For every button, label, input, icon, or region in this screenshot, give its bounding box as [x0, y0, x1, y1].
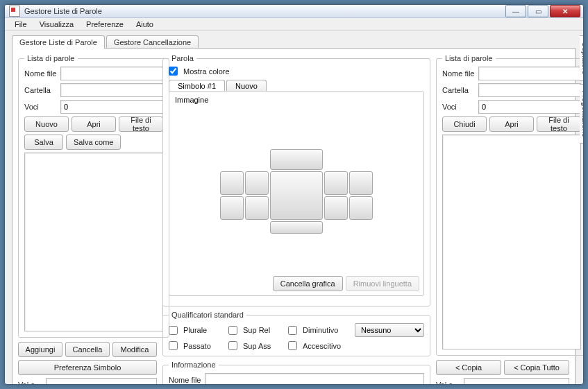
image-slot-top[interactable] — [270, 149, 323, 170]
image-slot-l2[interactable] — [245, 171, 269, 195]
right-goto-input[interactable] — [464, 378, 569, 385]
tab-wordlist-manager[interactable]: Gestore Liste di Parole — [12, 35, 105, 49]
showcolor-check[interactable]: Mostra colore — [169, 67, 424, 76]
menu-preferences[interactable]: Preferenze — [81, 18, 129, 31]
app-icon — [9, 6, 20, 17]
image-grid — [174, 107, 419, 276]
augmentative-check[interactable]: Accescitivo — [288, 341, 351, 350]
info-legend: Informazione — [169, 361, 219, 369]
window-controls: — ▭ ✕ — [505, 5, 580, 17]
left-wordlist-group: Lista di parole Nome file Cartella Voci … — [18, 54, 169, 338]
word-group: Parola Mostra colore Simbolo #1 Nuovo Im… — [162, 54, 430, 306]
left-folder-label: Cartella — [24, 86, 58, 94]
close-button[interactable]: ✕ — [550, 5, 580, 17]
right-filename-label: Nome file — [442, 69, 476, 78]
info-filename-input[interactable] — [205, 373, 424, 385]
supass-check[interactable]: Sup Ass — [228, 341, 284, 350]
tab-body: Lista di parole Nome file Cartella Voci … — [12, 48, 576, 385]
save-button[interactable]: Salva — [24, 135, 63, 150]
past-check[interactable]: Passato — [169, 341, 224, 350]
image-slot-l1[interactable] — [220, 171, 244, 195]
qualifier-select[interactable]: Nessuno — [355, 323, 424, 337]
copy-all-button[interactable]: < Copia Tutto — [504, 360, 569, 375]
side-tabstrip: Copiatore Progettazione — [580, 35, 584, 385]
symbol-pref-button[interactable]: Preferenza Simbolo — [18, 360, 157, 375]
delete-button[interactable]: Cancella — [65, 342, 110, 357]
right-textfile-button[interactable]: File di testo — [537, 116, 581, 132]
left-filename-label: Nome file — [24, 69, 58, 78]
right-voices-label: Voci — [442, 103, 476, 111]
image-slot-r3[interactable] — [324, 196, 348, 220]
right-close-button[interactable]: Chiudi — [442, 116, 487, 132]
word-legend: Parola — [169, 54, 196, 62]
titlebar: Gestore Liste di Parole — ▭ ✕ — [5, 5, 583, 18]
image-slot-l3[interactable] — [220, 196, 244, 220]
left-panel: Lista di parole Nome file Cartella Voci … — [18, 54, 157, 385]
right-open-button[interactable]: Apri — [489, 116, 534, 132]
left-goto-label: Vai a — [18, 381, 43, 385]
image-slot-r1[interactable] — [324, 171, 348, 195]
new-button[interactable]: Nuovo — [24, 116, 69, 132]
menu-file[interactable]: File — [9, 18, 33, 31]
menu-view[interactable]: Visualizza — [34, 18, 79, 31]
right-wordlist-legend: Lista di parole — [442, 54, 496, 62]
image-slot-r4[interactable] — [349, 196, 373, 220]
right-listbox[interactable] — [442, 135, 581, 349]
menubar: File Visualizza Preferenze Aiuto — [5, 18, 583, 31]
info-group: Informazione Nome file Cartella — [162, 361, 430, 385]
symbol-tabstrip: Simbolo #1 Nuovo — [169, 80, 424, 92]
image-legend: Immagine — [174, 96, 419, 107]
image-slot-l4[interactable] — [245, 196, 269, 220]
qualifiers-group: Qualificatori standard Plurale Sup Rel D… — [162, 311, 430, 356]
maximize-button[interactable]: ▭ — [528, 5, 548, 17]
plural-check[interactable]: Plurale — [169, 326, 224, 335]
minimize-button[interactable]: — — [505, 5, 526, 17]
tab-deletion-manager[interactable]: Gestore Cancellazione — [106, 35, 199, 49]
symbol-tab-new[interactable]: Nuovo — [226, 80, 267, 92]
left-voices-input[interactable] — [60, 100, 163, 114]
cancel-graphic-button[interactable]: Cancella grafica — [273, 276, 343, 291]
info-filename-label: Nome file — [169, 376, 202, 384]
add-button[interactable]: Aggiungi — [18, 342, 62, 357]
edit-button[interactable]: Modifica — [112, 342, 157, 357]
left-wordlist-legend: Lista di parole — [24, 54, 78, 62]
left-filename-input[interactable] — [60, 67, 163, 80]
right-filename-input[interactable] — [478, 67, 581, 80]
main-window: Gestore Liste di Parole — ▭ ✕ File Visua… — [4, 4, 584, 385]
textfile-button[interactable]: File di testo — [119, 116, 163, 132]
showcolor-checkbox[interactable] — [169, 67, 178, 76]
right-panel: Lista di parole Nome file Cartella Voci … — [436, 54, 569, 385]
copy-button[interactable]: < Copia — [436, 360, 501, 375]
remove-tab-button[interactable]: Rimuovi linguetta — [346, 276, 419, 291]
left-listbox[interactable] — [24, 153, 163, 331]
window-title: Gestore Liste di Parole — [24, 7, 505, 15]
menu-help[interactable]: Aiuto — [131, 18, 159, 31]
right-folder-label: Cartella — [442, 86, 476, 94]
right-wordlist-group: Lista di parole Nome file Cartella Voci … — [436, 54, 584, 356]
left-goto-input[interactable] — [46, 378, 157, 385]
image-slot-bottom[interactable] — [270, 221, 323, 234]
sidetab-copier[interactable]: Copiatore — [580, 35, 584, 81]
suprel-check[interactable]: Sup Rel — [228, 326, 284, 335]
middle-panel: Parola Mostra colore Simbolo #1 Nuovo Im… — [162, 54, 430, 385]
main-tabstrip: Gestore Liste di Parole Gestore Cancella… — [12, 35, 576, 49]
left-voices-label: Voci — [24, 103, 58, 111]
right-folder-input[interactable] — [478, 83, 581, 97]
sidetab-designer[interactable]: Progettazione — [580, 84, 584, 144]
symbol-tab-1[interactable]: Simbolo #1 — [169, 80, 225, 92]
open-button[interactable]: Apri — [72, 116, 116, 132]
left-folder-input[interactable] — [60, 83, 163, 97]
content-area: Gestore Liste di Parole Gestore Cancella… — [5, 31, 583, 385]
image-slot-center[interactable] — [270, 171, 323, 220]
diminutive-check[interactable]: Diminutivo — [288, 326, 351, 335]
qualifiers-legend: Qualificatori standard — [169, 311, 246, 319]
right-goto-label: Vai a — [436, 381, 461, 385]
right-voices-input[interactable] — [478, 100, 581, 114]
image-group: Immagine — [169, 91, 424, 296]
image-slot-r2[interactable] — [349, 171, 373, 195]
saveas-button[interactable]: Salva come — [66, 135, 121, 150]
